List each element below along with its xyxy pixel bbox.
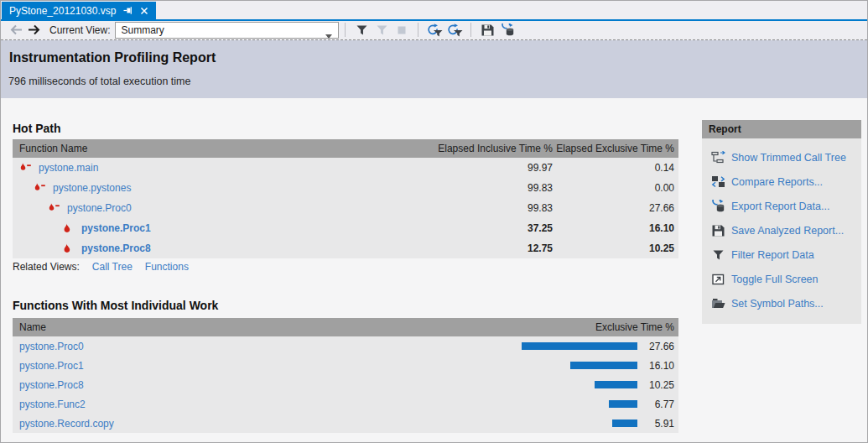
hot-path-row: pystone.Proc0 99.83 27.66 <box>13 198 678 218</box>
exclusive-time-value: 6.77 <box>637 399 678 410</box>
save-report-button[interactable] <box>477 22 497 39</box>
report-banner: Instrumentation Profiling Report 796 mil… <box>1 40 867 98</box>
exclusive-time-value: 16.10 <box>553 222 678 234</box>
column-elapsed-exclusive[interactable]: Elapsed Exclusive Time % <box>553 143 678 154</box>
function-link[interactable]: pystone.Proc0 <box>67 202 132 214</box>
report-action-toggle-full-screen[interactable]: Toggle Full Screen <box>702 267 861 291</box>
trimmed-call-tree-icon <box>710 151 725 164</box>
exclusive-time-bar <box>609 400 637 408</box>
inclusive-time-value: 99.97 <box>418 162 553 174</box>
forward-arrow-icon[interactable] <box>25 23 42 37</box>
export-data-button[interactable] <box>497 22 517 39</box>
exclusive-time-bar <box>595 381 637 388</box>
flame-icon <box>62 223 75 234</box>
exclusive-time-value: 0.14 <box>553 162 678 174</box>
function-link[interactable]: pystone.Proc1 <box>81 222 151 234</box>
current-view-select[interactable]: Summary <box>115 22 339 39</box>
inclusive-time-value: 99.83 <box>418 182 553 194</box>
report-action-filter-report-data[interactable]: Filter Report Data <box>702 242 861 267</box>
report-panel-title: Report <box>702 120 861 138</box>
exclusive-time-value: 10.25 <box>637 379 678 391</box>
exclusive-time-value: 0.00 <box>553 182 678 194</box>
hot-path-rows: pystone.main 99.97 0.14 pystone.pystones… <box>13 158 678 258</box>
save-report-icon <box>710 225 725 237</box>
document-tab-strip: PyStone_20121030.vsp <box>1 1 867 19</box>
related-view-functions-link[interactable]: Functions <box>145 261 189 273</box>
inclusive-time-value: 99.83 <box>418 202 553 214</box>
function-link[interactable]: pystone.Func2 <box>19 399 86 410</box>
exclusive-time-bar <box>522 342 637 350</box>
functions-work-row: pystone.Proc8 10.25 <box>13 375 678 394</box>
total-execution-time: 796 milliseconds of total execution time <box>8 76 190 87</box>
document-tab[interactable]: PyStone_20121030.vsp <box>2 2 156 19</box>
toolbar-separator <box>345 23 346 37</box>
filter-disabled-icon <box>372 22 392 39</box>
report-toolbar: Current View: Summary <box>1 21 867 40</box>
hot-path-header-row: Function Name Elapsed Inclusive Time % E… <box>13 139 678 158</box>
back-arrow-icon[interactable] <box>8 23 25 37</box>
related-view-call-tree-link[interactable]: Call Tree <box>92 261 133 273</box>
exclusive-time-value: 27.66 <box>637 341 678 352</box>
flame-branch-icon <box>19 163 32 173</box>
functions-work-row: pystone.Record.copy 5.91 <box>13 414 678 433</box>
tab-title: PyStone_20121030.vsp <box>9 5 116 17</box>
report-panel-items: Show Trimmed Call Tree Compare Reports..… <box>702 138 861 324</box>
current-view-label: Current View: <box>49 24 110 36</box>
exclusive-time-bar <box>612 420 637 427</box>
compare-reports-icon <box>710 175 725 188</box>
function-link[interactable]: pystone.Proc1 <box>19 360 84 372</box>
exclusive-time-bar <box>570 362 638 369</box>
functions-work-header-row: Name Exclusive Time % <box>13 318 678 336</box>
symbol-paths-icon <box>710 298 725 310</box>
column-exclusive-time[interactable]: Exclusive Time % <box>595 321 678 333</box>
function-link[interactable]: pystone.main <box>39 162 98 174</box>
chevron-down-icon <box>325 29 332 41</box>
report-action-save-analyzed-report[interactable]: Save Analyzed Report... <box>702 218 861 242</box>
inclusive-time-value: 37.25 <box>418 222 553 234</box>
functions-work-rows: pystone.Proc0 27.66 pystone.Proc1 16.10 … <box>13 336 678 433</box>
exclusive-time-value: 27.66 <box>553 202 678 214</box>
hot-path-row: pystone.Proc8 12.75 10.25 <box>13 238 678 258</box>
close-icon[interactable] <box>140 7 148 15</box>
stop-disabled-icon <box>392 22 412 39</box>
report-action-show-trimmed-call-tree[interactable]: Show Trimmed Call Tree <box>702 145 861 169</box>
hot-path-row: pystone.main 99.97 0.14 <box>13 158 678 178</box>
column-function-name[interactable]: Function Name <box>13 143 418 154</box>
flame-icon <box>62 243 75 254</box>
export-data-icon <box>710 200 725 213</box>
function-link[interactable]: pystone.Record.copy <box>19 418 114 430</box>
column-elapsed-inclusive[interactable]: Elapsed Inclusive Time % <box>418 143 553 154</box>
related-views-label: Related Views: <box>13 261 80 273</box>
functions-work-row: pystone.Proc1 16.10 <box>13 356 678 375</box>
exclusive-time-value: 16.10 <box>637 360 678 372</box>
related-views: Related Views: Call Tree Functions <box>13 261 189 273</box>
function-link[interactable]: pystone.Proc0 <box>19 341 84 352</box>
toolbar-separator <box>418 23 418 37</box>
flame-branch-icon <box>48 203 60 213</box>
reapply-filter-button[interactable] <box>424 22 444 39</box>
function-link[interactable]: pystone.pystones <box>53 182 131 194</box>
column-name[interactable]: Name <box>13 321 46 333</box>
function-link[interactable]: pystone.Proc8 <box>19 379 84 391</box>
function-link[interactable]: pystone.Proc8 <box>81 242 151 254</box>
exclusive-time-value: 10.25 <box>553 242 678 254</box>
filter-button[interactable] <box>351 22 372 39</box>
functions-work-table: Name Exclusive Time % pystone.Proc0 27.6… <box>13 318 678 433</box>
report-action-compare-reports[interactable]: Compare Reports... <box>702 169 861 194</box>
filter-icon <box>710 250 725 260</box>
profiler-document-window: PyStone_20121030.vsp Current View: Summa… <box>0 0 868 443</box>
hot-path-title: Hot Path <box>13 122 61 135</box>
report-title: Instrumentation Profiling Report <box>9 50 216 65</box>
refresh-filter-button[interactable] <box>444 22 465 39</box>
functions-work-title: Functions With Most Individual Work <box>13 299 218 312</box>
hot-path-table: Function Name Elapsed Inclusive Time % E… <box>13 139 678 258</box>
report-action-export-report-data[interactable]: Export Report Data... <box>702 194 861 218</box>
toolbar-separator <box>470 23 471 37</box>
inclusive-time-value: 12.75 <box>418 242 553 254</box>
flame-branch-icon <box>34 183 46 193</box>
functions-work-row: pystone.Func2 6.77 <box>13 394 678 414</box>
functions-work-row: pystone.Proc0 27.66 <box>13 336 678 356</box>
report-panel: Report Show Trimmed Call Tree Compare Re… <box>702 120 861 324</box>
report-action-set-symbol-paths[interactable]: Set Symbol Paths... <box>702 291 861 315</box>
pin-icon[interactable] <box>123 6 133 15</box>
